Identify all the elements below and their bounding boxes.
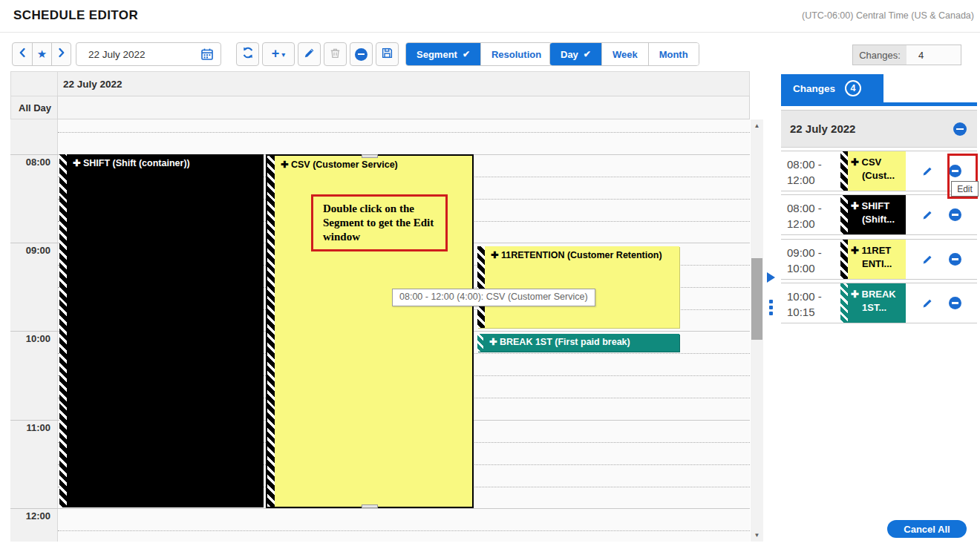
panel-splitter-handle[interactable]	[769, 300, 773, 318]
day-header-cell: 22 July 2022	[57, 71, 750, 96]
today-button[interactable]: ★	[32, 43, 51, 65]
calendar-scrollbar[interactable]: ▲ ▼	[751, 119, 763, 542]
date-picker-value: 22 July 2022	[76, 49, 194, 60]
cancel-all-button[interactable]: Cancel All	[887, 520, 967, 538]
add-icon: ✚	[281, 159, 288, 170]
event-title: ✚ 11RETENTION (Customer Retention)	[485, 246, 679, 328]
edit-change-button[interactable]	[921, 297, 933, 309]
event-title: ✚ BREAK 1ST (First paid break)	[483, 334, 679, 352]
changes-tab-label: Changes	[781, 83, 835, 94]
remove-group-icon[interactable]	[953, 122, 967, 136]
scroll-up-button[interactable]: ▲	[751, 119, 763, 132]
check-icon: ✔	[584, 49, 591, 59]
day-header-gutter-cell	[10, 71, 58, 96]
segment-toggle[interactable]: Segment ✔	[406, 43, 480, 65]
changes-panel: Changes 4 22 July 2022 08:00 - 12:00 ✚ C…	[781, 71, 977, 546]
resize-handle-top[interactable]	[362, 154, 378, 158]
scroll-down-icon: ▼	[754, 532, 760, 539]
day-header-label: 22 July 2022	[58, 72, 749, 96]
next-day-button[interactable]	[51, 43, 71, 65]
scrollbar-thumb[interactable]	[751, 258, 762, 340]
delete-button[interactable]	[324, 42, 347, 66]
add-icon: ✚	[491, 250, 498, 260]
change-chip-retention[interactable]: ✚ 11RET ENTI...	[840, 240, 906, 279]
add-icon: ✚	[73, 158, 80, 168]
annotation-box: Double click on the Segment to get the E…	[311, 194, 448, 251]
edit-button[interactable]	[298, 42, 321, 66]
prev-day-button[interactable]	[13, 43, 32, 65]
mode-toggle-group: Segment ✔ Resolution	[405, 42, 552, 66]
changes-count-value: 4	[906, 45, 961, 65]
trash-icon	[329, 47, 342, 62]
changes-date-header: 22 July 2022	[781, 110, 977, 148]
plus-icon: +	[272, 47, 280, 60]
edit-change-button[interactable]	[921, 209, 933, 221]
change-time: 10:00 - 10:15	[781, 283, 840, 323]
resize-handle-bottom[interactable]	[362, 504, 378, 508]
scroll-down-button[interactable]: ▼	[751, 529, 763, 542]
change-row-break: 10:00 - 10:15 ✚ BREAK 1ST...	[781, 283, 977, 323]
month-toggle[interactable]: Month	[648, 43, 699, 65]
save-icon	[381, 47, 393, 62]
event-stripe	[267, 156, 275, 507]
schedule-editor-page: SCHEDULE EDITOR (UTC-06:00) Central Time…	[0, 0, 980, 546]
calendar-icon[interactable]	[194, 47, 220, 61]
all-day-label: All Day	[11, 96, 57, 119]
date-picker[interactable]: 22 July 2022	[76, 42, 221, 66]
add-segment-button[interactable]: + ▾	[262, 42, 295, 66]
edit-change-button[interactable]	[921, 254, 933, 266]
changes-count-label: Changes:	[852, 45, 907, 65]
range-toggle-group: Day ✔ Week Month	[549, 42, 699, 66]
event-shift[interactable]: ✚ SHIFT (Shift (container))	[59, 154, 264, 507]
event-retention[interactable]: ✚ 11RETENTION (Customer Retention)	[477, 246, 679, 328]
edit-change-button[interactable]	[921, 165, 933, 177]
chevron-right-icon	[58, 47, 65, 61]
event-title: ✚ SHIFT (Shift (container))	[67, 154, 264, 507]
date-nav-group: ★	[12, 42, 71, 66]
change-chip-shift[interactable]: ✚ SHIFT (Shift...	[840, 195, 906, 234]
event-stripe	[477, 246, 485, 328]
change-chip-break[interactable]: ✚ BREAK 1ST...	[840, 283, 906, 323]
add-icon: ✚	[489, 337, 497, 347]
all-day-content-cell[interactable]	[57, 96, 750, 119]
week-toggle[interactable]: Week	[601, 43, 648, 65]
page-title: SCHEDULE EDITOR	[13, 8, 138, 23]
event-break[interactable]: ✚ BREAK 1ST (First paid break)	[477, 334, 679, 352]
chip-label: ✚ CSV (Cust...	[848, 151, 906, 191]
remove-change-button[interactable]	[949, 253, 961, 266]
change-time: 09:00 - 10:00	[781, 240, 840, 279]
chip-stripe	[840, 240, 848, 279]
resolution-toggle[interactable]: Resolution	[480, 43, 552, 65]
hour-line	[10, 508, 750, 509]
change-time: 08:00 - 12:00	[781, 195, 840, 234]
change-row-shift: 08:00 - 12:00 ✚ SHIFT (Shift...	[781, 194, 977, 235]
minus-circle-icon	[355, 48, 368, 61]
remove-change-button[interactable]	[949, 297, 961, 309]
remove-button[interactable]	[350, 42, 373, 66]
caret-down-icon: ▾	[281, 50, 285, 59]
change-chip-csv[interactable]: ✚ CSV (Cust...	[840, 151, 906, 191]
event-stripe	[59, 154, 67, 507]
chip-label: ✚ SHIFT (Shift...	[848, 195, 906, 234]
chip-stripe	[840, 195, 848, 234]
chevron-left-icon	[19, 47, 26, 61]
refresh-icon	[241, 46, 255, 62]
timezone-label: (UTC-06:00) Central Time (US & Canada)	[802, 10, 974, 21]
toolbar: ★ 22 July 2022 + ▾	[0, 33, 980, 71]
change-time: 08:00 - 12:00	[781, 151, 840, 191]
add-icon: ✚	[851, 245, 859, 256]
panel-collapse-arrow[interactable]	[767, 272, 775, 283]
day-toggle-label: Day	[561, 49, 578, 60]
chip-stripe	[840, 151, 848, 191]
calendar-grid[interactable]: 08:00 09:00 10:00 11:00 12:00 ✚ SHIFT (S…	[0, 119, 778, 542]
changes-tab[interactable]: Changes 4	[781, 74, 883, 102]
time-label: 10:00	[7, 333, 50, 344]
day-toggle[interactable]: Day ✔	[550, 43, 601, 65]
app-header: SCHEDULE EDITOR (UTC-06:00) Central Time…	[0, 0, 980, 33]
save-button[interactable]	[376, 42, 399, 66]
time-label: 09:00	[7, 245, 50, 256]
remove-change-button[interactable]	[949, 208, 961, 221]
scroll-up-icon: ▲	[754, 122, 760, 129]
segment-toggle-label: Segment	[416, 49, 457, 60]
refresh-button[interactable]	[236, 42, 259, 66]
